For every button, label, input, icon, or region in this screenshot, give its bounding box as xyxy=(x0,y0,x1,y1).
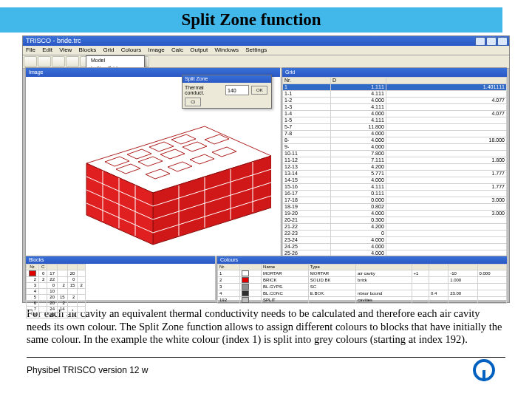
menu-item[interactable]: Model xyxy=(86,56,144,64)
blocks-row[interactable]: 01720 xyxy=(27,270,86,277)
col-d: D xyxy=(330,78,386,84)
grid-row[interactable]: 22-230 xyxy=(283,231,507,237)
grid-panel[interactable]: Grid Nr. D 11.1111.4011111-14.1111-24.00… xyxy=(282,67,507,256)
blocks-row[interactable]: 520152 xyxy=(27,295,86,301)
grid-row[interactable]: 15-164.1111.777 xyxy=(283,184,507,191)
menu-output[interactable]: Output xyxy=(190,47,208,53)
footer: Physibel TRISCO version 12 w xyxy=(27,359,505,381)
menubar: File Edit View Blocks Grid Colours Image… xyxy=(23,46,509,55)
app-window: TRISCO - bride.trc File Edit View Blocks… xyxy=(22,35,510,303)
blocks-panel[interactable]: Blocks Nr. C 017202222030215241052015262… xyxy=(25,256,215,300)
menu-blocks[interactable]: Blocks xyxy=(79,47,97,53)
ok-button[interactable]: OK xyxy=(251,86,267,95)
grid-row[interactable]: 1-24.0004.077 xyxy=(283,98,507,104)
app-title: TRISCO - bride.trc xyxy=(26,37,81,44)
grid-row[interactable]: 24-254.000 xyxy=(283,244,507,250)
menu-calc[interactable]: Calc xyxy=(171,47,183,53)
blocks-row[interactable]: 8214 xyxy=(27,313,86,318)
grid-row[interactable]: 1-14.111 xyxy=(283,91,507,98)
grid-row[interactable]: 10-117.800 xyxy=(283,151,507,157)
grid-row[interactable]: 9-4.000 xyxy=(283,144,507,151)
colours-row[interactable]: 192 SPLITcavities xyxy=(218,297,507,304)
grid-row[interactable]: 21-224.200 xyxy=(283,224,507,231)
col-nr: Nr. xyxy=(283,78,331,84)
grid-table[interactable]: Nr. D 11.1111.4011111-14.1111-24.0004.07… xyxy=(282,77,507,270)
grid-row[interactable]: 17-180.0003.000 xyxy=(283,197,507,204)
grid-row[interactable]: 18-190.802 xyxy=(283,204,507,211)
colours-panel-title: Colours xyxy=(217,256,507,264)
maximize-button[interactable] xyxy=(486,37,497,46)
blocks-row[interactable]: 302152 xyxy=(27,283,86,289)
menu-settings[interactable]: Settings xyxy=(245,47,267,53)
colours-row[interactable]: 1 MORTARMORTARair cavity +1-100.000 xyxy=(218,270,507,277)
footer-divider xyxy=(27,357,505,358)
colours-row[interactable]: 2 BRICKSOLID.BKbrick 1.000 xyxy=(218,277,507,284)
col-extra xyxy=(386,78,506,84)
grid-row[interactable]: 1-34.111 xyxy=(283,104,507,111)
menu-edit[interactable]: Edit xyxy=(42,47,52,53)
caption-text: For each air cavity an equivalent therma… xyxy=(27,307,505,347)
blocks-row[interactable]: 410 xyxy=(27,289,86,295)
dialog-title: Split Zone xyxy=(183,75,271,83)
blocks-row[interactable]: 72414 xyxy=(27,307,86,313)
thermal-conductivity-field[interactable] xyxy=(225,85,249,95)
cancel-button[interactable]: Cl xyxy=(185,98,201,106)
split-zone-dialog: Split Zone Thermal conduct. OK Cl xyxy=(182,75,272,109)
grid-row[interactable]: 1-54.111 xyxy=(283,117,507,124)
grid-row[interactable]: 12-134.200 xyxy=(283,164,507,171)
app-title-bar: TRISCO - bride.trc xyxy=(23,36,509,46)
blocks-panel-title: Blocks xyxy=(26,256,215,264)
dialog-label: Thermal conduct. xyxy=(185,85,223,95)
grid-panel-title: Grid xyxy=(282,68,507,77)
footer-text: Physibel TRISCO version 12 w xyxy=(27,365,149,375)
blocks-row[interactable]: 6202 xyxy=(27,301,86,307)
blocks-table[interactable]: Nr. C 0172022220302152410520152620272414… xyxy=(26,264,86,318)
grid-row[interactable]: 16-170.111 xyxy=(283,191,507,197)
menu-colours[interactable]: Colours xyxy=(121,47,142,53)
grid-row[interactable]: 13-145.7711.777 xyxy=(283,171,507,177)
colours-panel[interactable]: Colours Nr. Name Type 1 MORTARMORTARair … xyxy=(216,256,507,300)
colours-table[interactable]: Nr. Name Type 1 MORTARMORTARair cavity +… xyxy=(217,264,507,304)
grid-row[interactable]: 11.1111.401111 xyxy=(283,84,507,91)
menu-windows[interactable]: Windows xyxy=(215,47,239,53)
toolbar-button[interactable] xyxy=(66,56,79,67)
toolbar-button[interactable] xyxy=(24,56,37,67)
grid-row[interactable]: 11-127.1111.800 xyxy=(283,157,507,164)
grid-row[interactable]: 7-84.000 xyxy=(283,131,507,137)
minimize-button[interactable] xyxy=(475,37,485,46)
colours-row[interactable]: 3 BL.GYPS.SC xyxy=(218,284,507,290)
toolbar-button[interactable] xyxy=(38,56,51,67)
grid-row[interactable]: 23-244.000 xyxy=(283,237,507,244)
menu-image[interactable]: Image xyxy=(149,47,165,53)
toolbar-button[interactable] xyxy=(52,56,65,67)
grid-row[interactable]: 8-4.00018.000 xyxy=(283,137,507,144)
grid-row[interactable]: 20-210.300 xyxy=(283,217,507,224)
grid-row[interactable]: 19-204.0003.000 xyxy=(283,211,507,217)
colours-row[interactable]: 4 BL.CONCE.BOX.nbsur bound 0.423.00 xyxy=(218,290,507,297)
grid-row[interactable]: 1-44.0004.077 xyxy=(283,111,507,117)
grid-row[interactable]: 14-154.000 xyxy=(283,177,507,184)
menu-grid[interactable]: Grid xyxy=(103,47,114,53)
menu-file[interactable]: File xyxy=(26,47,35,53)
slide-title: Split Zone function xyxy=(0,7,502,33)
blocks-row[interactable]: 22220 xyxy=(27,277,86,283)
physibel-logo-icon xyxy=(473,359,495,381)
menu-view[interactable]: View xyxy=(59,47,72,53)
grid-row[interactable]: 5-711.800 xyxy=(283,124,507,131)
close-button[interactable] xyxy=(497,37,508,46)
window-controls xyxy=(475,37,508,46)
